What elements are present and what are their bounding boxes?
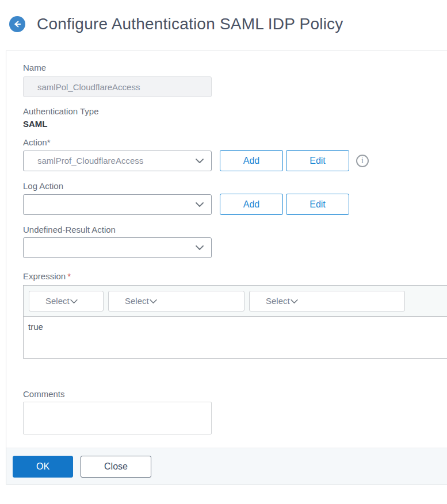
undefined-result-action-label: Undefined-Result Action <box>23 225 447 234</box>
chevron-down-icon <box>290 296 299 306</box>
auth-type-label: Authentication Type <box>23 106 447 116</box>
required-asterisk: * <box>67 271 71 281</box>
log-action-label: Log Action <box>23 181 447 191</box>
log-action-add-button[interactable]: Add <box>220 194 283 215</box>
action-select-value: samlProf_CloudflareAccess <box>37 156 192 166</box>
expression-select-3-value: Select <box>266 296 290 306</box>
action-select[interactable]: samlProf_CloudflareAccess <box>23 151 212 171</box>
name-label: Name <box>23 63 447 72</box>
footer: OK Close <box>6 448 447 485</box>
undefined-result-action-select[interactable] <box>23 237 212 258</box>
page-title: Configure Authentication SAML IDP Policy <box>37 15 343 33</box>
log-action-edit-button[interactable]: Edit <box>286 194 349 215</box>
expression-select-2[interactable]: Select <box>108 291 244 311</box>
chevron-down-icon <box>70 296 78 306</box>
action-add-button[interactable]: Add <box>220 150 283 171</box>
action-row: samlProf_CloudflareAccess Add Edit i <box>23 150 447 171</box>
info-icon[interactable]: i <box>356 155 369 167</box>
action-label: Action* <box>23 137 447 147</box>
comments-textarea[interactable] <box>23 402 212 434</box>
name-input <box>23 76 212 97</box>
chevron-down-icon <box>195 202 204 207</box>
expression-editor: Select Select Sele <box>23 285 447 359</box>
expression-select-1-value: Select <box>45 296 70 306</box>
log-action-row: Add Edit <box>23 194 447 215</box>
expression-textarea[interactable]: true <box>24 317 447 358</box>
close-button[interactable]: Close <box>81 456 151 478</box>
comments-label: Comments <box>23 389 447 399</box>
expression-select-1[interactable]: Select <box>29 291 104 311</box>
log-action-select[interactable] <box>23 194 212 215</box>
undefined-result-action-row <box>23 237 447 258</box>
chevron-down-icon <box>149 296 158 306</box>
info-icon-glyph: i <box>361 157 364 165</box>
chevron-down-icon <box>195 245 204 251</box>
expression-select-2-value: Select <box>125 296 149 306</box>
form-panel: Name Authentication Type SAML Action* sa… <box>6 51 447 484</box>
expression-label: Expression* <box>23 271 447 281</box>
expression-toolbar: Select Select Sele <box>24 286 447 317</box>
arrow-left-icon <box>12 19 22 29</box>
auth-type-value: SAML <box>23 119 447 129</box>
header: Configure Authentication SAML IDP Policy <box>9 15 343 33</box>
back-button[interactable] <box>9 16 25 32</box>
action-edit-button[interactable]: Edit <box>286 150 349 171</box>
chevron-down-icon <box>195 158 204 164</box>
expression-select-3[interactable]: Select <box>249 291 405 311</box>
ok-button[interactable]: OK <box>13 456 73 478</box>
